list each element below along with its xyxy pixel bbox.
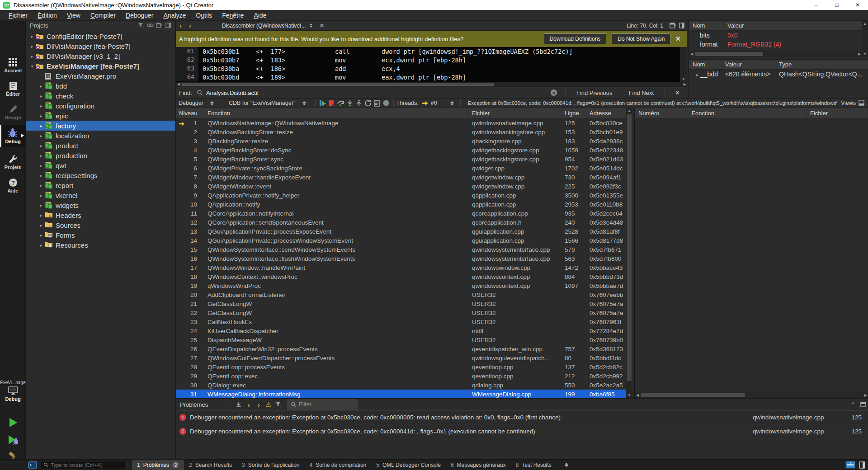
stack-frame-row[interactable]: 13 QGuiApplicationPrivate::processExpose…	[176, 227, 632, 236]
tree-item-forms[interactable]: ▸ Forms	[26, 230, 175, 240]
sidebar-mode-accueil[interactable]: Accueil	[0, 54, 26, 77]
disassembly-line[interactable]: 63 0x5bc030ba<+ 186> addecx,4	[176, 64, 680, 73]
watch-vertical-scrollbar[interactable]: ▲ ▼	[862, 21, 868, 57]
close-split-icon[interactable]	[679, 23, 684, 28]
tree-item-production[interactable]: ▸ production	[26, 150, 175, 160]
split-editor-icon[interactable]	[670, 23, 676, 28]
scroll-right-icon[interactable]: ▶	[680, 82, 687, 87]
scroll-left-icon[interactable]: ◀	[176, 82, 181, 86]
menu-compiler[interactable]: Compiler	[85, 11, 121, 20]
stack-frame-row[interactable]: 25 DispatchMessageWUSER32 0x760739b0	[176, 335, 632, 344]
editor-horizontal-scrollbar[interactable]: ◀	[176, 82, 680, 87]
tree-item-product[interactable]: ▸ product	[26, 141, 175, 150]
scrollbar-thumb[interactable]	[182, 83, 494, 86]
stack-frame-row[interactable]: 1 QWindowsNativeImage::QWindowsNativeIma…	[176, 118, 632, 127]
do-not-show-again-button[interactable]: Do Not Show Again	[612, 33, 670, 44]
stack-frame-row[interactable]: 24 KiUserCallbackDispatcherntdll 0x77284…	[176, 326, 632, 335]
snapshot-icon[interactable]	[382, 99, 391, 107]
source-view-icon[interactable]	[373, 99, 382, 107]
chevron-right-icon[interactable]: ▸	[693, 72, 700, 77]
chevron-right-icon[interactable]: ▸	[38, 133, 44, 138]
find-previous-button[interactable]: Find Previous	[568, 89, 620, 96]
tree-item-headers[interactable]: ▸ h Headers	[26, 210, 175, 220]
chevron-right-icon[interactable]: ▸	[38, 113, 44, 118]
problem-row[interactable]: ! Debugger encountered an exception: Exc…	[176, 424, 868, 438]
tree-item-widgets[interactable]: ▸ widgets	[26, 200, 175, 210]
scroll-left-icon[interactable]: ◀	[635, 393, 640, 397]
scroll-down-icon[interactable]: ▼	[627, 393, 631, 397]
stack-frame-row[interactable]: 22 GetClassLongWUSER32 0x76075a7a	[176, 308, 632, 317]
synchronize-with-editor-icon[interactable]	[146, 22, 155, 29]
chevron-right-icon[interactable]: ▸	[38, 94, 44, 99]
scroll-left-icon[interactable]: ◀	[689, 52, 694, 56]
output-pane-arrows-icon[interactable]	[561, 463, 572, 467]
stack-column-header[interactable]: Ligne	[561, 109, 586, 117]
stack-frame-row[interactable]: 23 CallNextHookExUSER32 0x7607963f	[176, 317, 632, 326]
infobar-close-icon[interactable]: ✕	[670, 35, 687, 43]
chevron-right-icon[interactable]: ▸	[38, 183, 44, 188]
find-input[interactable]	[206, 89, 551, 96]
stack-frame-row[interactable]: 19 qWindowsWndProcqwindowscontext.cpp 10…	[176, 281, 632, 290]
stop-debugger-icon[interactable]	[327, 99, 336, 107]
stack-frame-row[interactable]: 14 QGuiApplicationPrivate::processWindow…	[176, 236, 632, 245]
locals-column-header[interactable]: Type	[775, 61, 868, 68]
chevron-right-icon[interactable]: ▸	[38, 243, 44, 248]
toggle-right-sidebar-icon[interactable]	[859, 461, 865, 469]
chevron-right-icon[interactable]: ▸	[38, 213, 44, 218]
scrollbar-thumb[interactable]	[627, 114, 632, 381]
chevron-right-icon[interactable]: ▸	[38, 223, 44, 228]
chevron-right-icon[interactable]: ▸	[38, 173, 44, 178]
chevron-down-icon[interactable]: ▾	[29, 64, 35, 69]
watch-horizontal-scrollbar[interactable]: ◀ ▶	[689, 51, 862, 57]
tree-item-check[interactable]: ▸ check	[26, 91, 175, 101]
category-filter-icon[interactable]	[274, 400, 283, 409]
maximize-button[interactable]: □	[826, 0, 847, 10]
tree-item-report[interactable]: ▸ report	[26, 180, 175, 190]
thread-select[interactable]: #0	[421, 100, 458, 106]
output-pane-probl-mes[interactable]: 1Problèmes2	[132, 460, 184, 470]
debugger-perspective-select[interactable]: Debugger	[176, 100, 220, 106]
menu-view[interactable]: View	[62, 11, 85, 20]
stack-column-header[interactable]: Niveau	[176, 109, 204, 117]
sidebar-mode-projets[interactable]: Projets	[0, 151, 26, 174]
breakpoints-column-header[interactable]: Fonction	[688, 109, 807, 117]
scroll-down-icon[interactable]: ▼	[682, 77, 685, 81]
find-field[interactable]: ✕	[197, 87, 562, 98]
menu-aide[interactable]: Aide	[249, 11, 271, 20]
output-pane-search-results[interactable]: 2Search Results	[184, 460, 237, 470]
tree-item-resources[interactable]: ▸ Resources	[26, 240, 175, 250]
kit-selector[interactable]: ExeVi...nager Debug	[0, 376, 26, 406]
stack-frame-row[interactable]: 3 QBackingStore::resizeqbackingstore.cpp…	[176, 136, 632, 146]
stack-frame-row[interactable]: 30 QDialog::execqdialog.cpp 5500x5e2ac2a…	[176, 381, 632, 390]
chevron-right-icon[interactable]: ▸	[38, 163, 44, 168]
find-next-button[interactable]: Find Next	[620, 89, 662, 96]
watch-row[interactable]: formatFormat_RGB32 (4)	[689, 40, 868, 49]
disassembly-line[interactable]: 64 0x5bc030bd<+ 189> moveax,dword ptr [e…	[176, 73, 680, 81]
stack-frame-row[interactable]: 7 QWidgetWindow::handleExposeEventqwidge…	[176, 173, 632, 182]
menu-fichier[interactable]: Fichier	[4, 11, 33, 20]
step-over-icon[interactable]	[336, 99, 345, 107]
download-definitions-button[interactable]: Download Definitions	[544, 33, 607, 44]
editor-vertical-scrollbar[interactable]: ▼	[680, 47, 687, 82]
chevron-right-icon[interactable]: ▸	[38, 233, 44, 238]
document-dropdown-icon[interactable]	[309, 24, 313, 28]
breakpoints-column-header[interactable]: Numéro	[635, 109, 688, 117]
stack-frame-row[interactable]: 5 QWidgetBackingStore::syncqwidgetbackin…	[176, 155, 632, 164]
stack-column-header[interactable]: Adresse	[586, 109, 632, 117]
tree-item-bdd[interactable]: ▸ bdd	[26, 81, 175, 91]
output-pane-test-results[interactable]: 8Test Results	[511, 460, 557, 470]
maximize-panel-icon[interactable]	[858, 400, 868, 409]
step-into-icon[interactable]	[345, 99, 354, 107]
stack-column-header[interactable]: Fichier	[469, 109, 561, 117]
clear-search-icon[interactable]: ✕	[551, 89, 557, 96]
output-pane-qml-debugger-console[interactable]: 5QML Debugger Console	[371, 460, 446, 470]
stack-frame-row[interactable]: 16 QWindowSystemInterface::flushWindowSy…	[176, 254, 632, 263]
chevron-right-icon[interactable]: ▸	[38, 153, 44, 158]
locals-column-header[interactable]: Nom	[689, 61, 722, 68]
back-icon[interactable]: ‹	[176, 22, 185, 30]
tree-item-factory[interactable]: ▸ factory	[26, 121, 175, 131]
chevron-right-icon[interactable]: ▸	[38, 193, 44, 198]
run-button[interactable]	[0, 415, 26, 430]
breakpoints-horizontal-scrollbar[interactable]: ◀ ▶	[635, 392, 868, 398]
warnings-filter-icon[interactable]: ⚠	[264, 400, 274, 409]
